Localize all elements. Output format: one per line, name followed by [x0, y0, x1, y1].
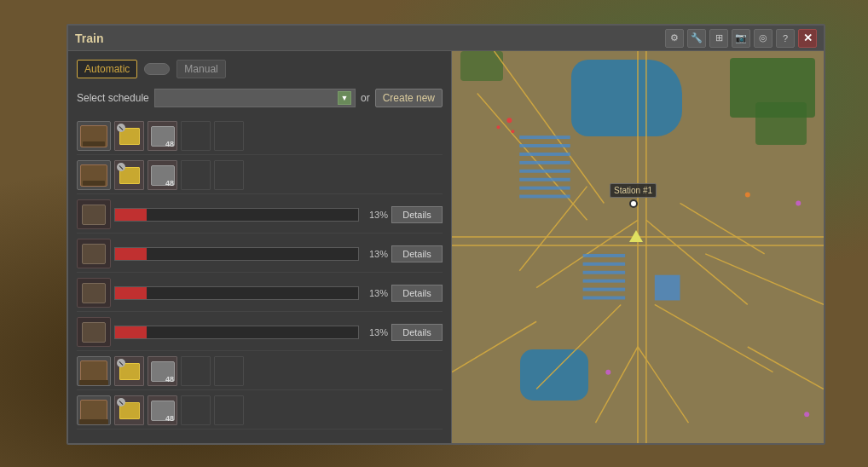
svg-rect-23	[519, 187, 570, 190]
dropdown-arrow-icon[interactable]: ▼	[338, 91, 351, 105]
fuel-bar-fill-4	[115, 326, 147, 338]
svg-rect-17	[519, 135, 570, 139]
engine-icon	[77, 121, 111, 151]
svg-line-16	[638, 347, 688, 423]
station-marker[interactable]: Station #1	[610, 183, 657, 208]
mode-toggle-switch[interactable]	[144, 63, 170, 75]
svg-rect-19	[519, 153, 570, 156]
cargo-slot-grey[interactable]: 48	[148, 121, 177, 151]
pin-icon-2	[117, 163, 125, 171]
train-cars-section: 48	[77, 118, 443, 430]
automatic-mode-btn[interactable]: Automatic	[77, 60, 137, 78]
cargo-slot-empty-3[interactable]	[181, 160, 211, 190]
svg-line-14	[748, 347, 824, 389]
svg-rect-20	[519, 161, 570, 164]
table-row-7: 48	[77, 353, 443, 390]
engine-icon-2	[77, 160, 111, 190]
grid-icon-btn[interactable]: ⊞	[709, 29, 728, 48]
details-button-4[interactable]: Details	[391, 324, 443, 341]
cargo-slot-yellow-2[interactable]	[114, 160, 144, 190]
station-dot	[629, 199, 638, 208]
pin-icon-3	[117, 359, 125, 367]
fuel-bar-container-2	[114, 247, 359, 261]
cargo-slot-empty-8[interactable]	[214, 395, 244, 425]
schedule-dropdown[interactable]: ▼	[154, 89, 356, 107]
train-position-triangle	[629, 230, 643, 242]
svg-line-11	[680, 203, 765, 253]
svg-point-37	[804, 412, 809, 417]
shield-icon-btn[interactable]: ◎	[754, 29, 773, 48]
fuel-percent-2: 13%	[362, 249, 388, 259]
cargo-slot-yellow-4[interactable]	[114, 395, 144, 425]
svg-point-38	[745, 193, 750, 198]
fuel-bar-fill-3	[115, 287, 147, 299]
title-icons: ⚙ 🔧 ⊞ 📷 ◎ ? ✕	[665, 29, 817, 48]
svg-rect-22	[519, 178, 570, 182]
svg-line-8	[536, 304, 621, 389]
svg-rect-26	[583, 262, 626, 266]
wrench-icon-btn[interactable]: 🔧	[687, 29, 706, 48]
fuel-engine-icon-1	[77, 199, 111, 229]
fuel-engine-icon-4	[77, 317, 111, 347]
or-text: or	[361, 92, 370, 104]
main-window: Train ⚙ 🔧 ⊞ 📷 ◎ ? ✕ Automatic Manual Sel…	[67, 24, 825, 445]
svg-rect-18	[519, 144, 570, 147]
manual-mode-btn[interactable]: Manual	[176, 60, 225, 78]
pin-icon	[117, 124, 125, 132]
svg-point-32	[506, 118, 512, 123]
map-panel[interactable]: Station #1	[452, 51, 824, 443]
settings-icon-btn[interactable]: ⚙	[665, 29, 684, 48]
cargo-slot-empty-1[interactable]	[181, 121, 211, 151]
cargo-slot-grey-3[interactable]: 48	[148, 356, 177, 386]
svg-line-12	[705, 254, 824, 304]
details-button-1[interactable]: Details	[391, 206, 443, 223]
fuel-bar-container-3	[114, 286, 359, 300]
engine-icon-4	[77, 395, 111, 425]
engine-icon-3	[77, 356, 111, 386]
details-button-3[interactable]: Details	[391, 285, 443, 302]
info-icon-btn[interactable]: ?	[776, 29, 795, 48]
fuel-row-1: 13% Details	[77, 196, 443, 234]
svg-rect-25	[583, 254, 626, 257]
schedule-label: Select schedule	[77, 92, 149, 104]
fuel-percent-3: 13%	[362, 288, 388, 298]
close-button[interactable]: ✕	[798, 29, 817, 48]
cargo-slot-empty-2[interactable]	[214, 121, 244, 151]
window-title: Train	[75, 32, 103, 45]
svg-line-15	[595, 347, 638, 423]
track-network-svg	[452, 51, 824, 443]
title-bar: Train ⚙ 🔧 ⊞ 📷 ◎ ? ✕	[68, 26, 824, 51]
station-label: Station #1	[610, 183, 657, 198]
cargo-count-2: 48	[165, 179, 174, 187]
cargo-slot-empty-5[interactable]	[181, 356, 211, 386]
pin-icon-4	[117, 398, 125, 406]
cargo-slot-yellow[interactable]	[114, 121, 144, 151]
table-row: 48	[77, 157, 443, 194]
svg-point-36	[796, 200, 801, 205]
cargo-count-1: 48	[165, 140, 174, 148]
fuel-engine-icon-3	[77, 278, 111, 308]
fuel-engine-icon-2	[77, 239, 111, 268]
fuel-row-2: 13% Details	[77, 235, 443, 273]
cargo-slot-yellow-3[interactable]	[114, 356, 144, 386]
cargo-slot-grey-2[interactable]: 48	[148, 160, 177, 190]
table-row-8: 48	[77, 392, 443, 430]
cargo-slot-empty-7[interactable]	[181, 395, 211, 425]
camera-icon-btn[interactable]: 📷	[732, 29, 750, 48]
fuel-row-3: 13% Details	[77, 274, 443, 312]
details-button-2[interactable]: Details	[391, 245, 443, 262]
svg-rect-27	[583, 271, 626, 274]
fuel-bar-container-1	[114, 208, 359, 222]
svg-line-13	[452, 321, 536, 372]
cargo-slot-empty-6[interactable]	[214, 356, 244, 386]
left-panel: Automatic Manual Select schedule ▼ or Cr…	[68, 51, 452, 443]
svg-rect-29	[583, 288, 626, 291]
fuel-row-4: 13% Details	[77, 314, 443, 351]
create-new-button[interactable]: Create new	[375, 89, 443, 107]
cargo-slot-grey-4[interactable]: 48	[148, 395, 177, 425]
svg-point-34	[511, 130, 514, 133]
svg-line-10	[519, 187, 587, 271]
svg-point-33	[497, 125, 501, 129]
cargo-slot-empty-4[interactable]	[214, 160, 244, 190]
fuel-bar-container-4	[114, 326, 359, 339]
